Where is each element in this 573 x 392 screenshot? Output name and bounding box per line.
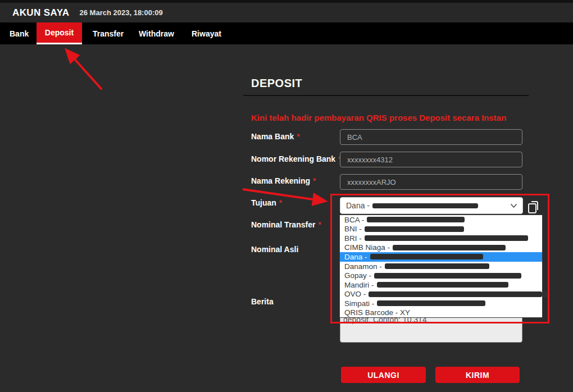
dropdown-option-simpati[interactable]: Simpati -: [340, 299, 542, 308]
required-asterisk: *: [318, 220, 321, 229]
nama-rekening-input[interactable]: [340, 174, 522, 190]
redacted-account-bar: [372, 203, 478, 208]
app-title: AKUN SAYA: [12, 7, 70, 19]
label-tujuan: Tujuan*: [251, 198, 282, 207]
tab-transfer[interactable]: Transfer: [93, 22, 124, 44]
required-asterisk: *: [279, 198, 282, 207]
tab-withdraw[interactable]: Withdraw: [139, 22, 174, 44]
annotation-arrow-deposit-tab: [67, 51, 102, 89]
dropdown-option-cimb-niaga[interactable]: CIMB Niaga -: [340, 243, 542, 253]
tujuan-selected-value: Dana -: [346, 201, 370, 210]
main-nav: Bank Deposit Transfer Withdraw Riwayat: [0, 22, 573, 44]
page-title: DEPOSIT: [251, 77, 302, 90]
ulangi-button[interactable]: ULANGI: [341, 367, 426, 383]
app-header: AKUN SAYA 26 March 2023, 18:00:09: [0, 3, 573, 22]
kirim-button[interactable]: KIRIM: [435, 367, 520, 383]
tujuan-select[interactable]: Dana -: [340, 197, 523, 214]
redacted-text: [377, 300, 485, 306]
qris-notice: Kini telah hadir pembayaran QRIS proses …: [251, 113, 506, 122]
redacted-text: [370, 254, 483, 259]
required-asterisk: *: [313, 176, 316, 185]
required-asterisk: *: [297, 132, 299, 141]
dropdown-option-gopay[interactable]: Gopay -: [340, 271, 542, 280]
redacted-text: [377, 282, 508, 288]
label-nama-rekening: Nama Rekening*: [251, 176, 316, 185]
dropdown-option-danamon[interactable]: Danamon -: [340, 262, 542, 271]
dropdown-option-mandiri[interactable]: Mandiri -: [340, 280, 542, 290]
header-datetime: 26 March 2023, 18:00:09: [80, 8, 163, 17]
redacted-text: [374, 273, 521, 279]
nomor-rekening-input[interactable]: [340, 152, 522, 167]
redacted-text: [367, 217, 465, 222]
dropdown-option-qris-barcode[interactable]: QRIS Barcode - XY: [340, 308, 542, 317]
dropdown-option-bri[interactable]: BRI -: [340, 234, 542, 243]
redacted-text: [393, 245, 506, 250]
dropdown-option-dana[interactable]: Dana -: [340, 252, 542, 262]
redacted-text: [385, 263, 489, 269]
redacted-text: [365, 235, 528, 241]
label-nomor-rekening-bank: Nomor Rekening Bank*: [251, 154, 342, 163]
label-nominal-transfer: Nominal Transfer*: [251, 220, 321, 229]
label-nama-bank: Nama Bank*: [251, 132, 300, 141]
label-nominal-asli: Nominal Asli: [251, 245, 301, 254]
dropdown-option-ovo[interactable]: OVO -3: [340, 289, 542, 299]
label-berita: Berita: [251, 297, 276, 306]
copy-icon[interactable]: [526, 199, 542, 215]
tab-deposit[interactable]: Deposit: [37, 22, 82, 44]
tab-bank[interactable]: Bank: [10, 22, 29, 44]
tab-riwayat[interactable]: Riwayat: [192, 22, 221, 44]
dropdown-option-bca[interactable]: BCA -: [340, 215, 542, 225]
tujuan-dropdown-list: BCA - BNI - BRI - CIMB Niaga - Dana - Da…: [339, 215, 543, 318]
dropdown-option-bni[interactable]: BNI -: [340, 225, 542, 234]
redacted-text: [369, 291, 542, 297]
nama-bank-input[interactable]: [340, 129, 522, 145]
chevron-down-icon: [510, 202, 517, 209]
redacted-text: [365, 226, 464, 232]
title-divider: [243, 95, 529, 96]
